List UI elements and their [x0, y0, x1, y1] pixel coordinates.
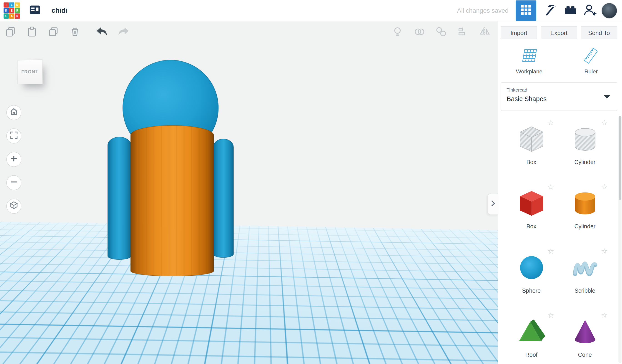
align-button[interactable]	[457, 27, 469, 38]
favorite-star-icon[interactable]: ☆	[601, 311, 608, 319]
delete-button[interactable]	[69, 27, 81, 38]
align-icon	[457, 26, 469, 39]
snap-grid-control: Snap Grid 1.0 mm	[408, 346, 486, 358]
spinner-icon[interactable]	[479, 350, 482, 355]
viewport-3d[interactable]: FRONT Edit Grid Snap Grid	[0, 44, 498, 364]
view-cube-face-label: FRONT	[21, 69, 39, 75]
group-button[interactable]	[413, 27, 425, 38]
sphere-icon	[517, 253, 546, 282]
shape-tile-box-hole[interactable]: ☆Box	[505, 120, 558, 182]
grid-icon	[521, 4, 531, 16]
show-all-button[interactable]	[391, 27, 403, 38]
shape-label: Sphere	[522, 288, 541, 294]
workplane-grid[interactable]	[0, 221, 498, 236]
ungroup-icon	[435, 26, 447, 39]
panel-collapse-button[interactable]	[487, 194, 498, 215]
fit-view-icon	[9, 130, 19, 142]
redo-button[interactable]	[117, 27, 129, 38]
logo-cell: N	[15, 2, 20, 7]
minus-icon	[9, 177, 19, 188]
favorite-star-icon[interactable]: ☆	[601, 183, 608, 191]
shape-tile-cone[interactable]: ☆Cone	[558, 312, 612, 364]
ruler-label: Ruler	[584, 68, 598, 74]
dashboard-grid-button[interactable]	[516, 0, 536, 21]
scrollbar-thumb[interactable]	[619, 116, 621, 200]
shape-label: Roof	[525, 352, 537, 358]
paste-button[interactable]	[26, 27, 38, 38]
my-designs-button[interactable]	[26, 2, 44, 19]
snap-grid-value: 1.0 mm	[448, 349, 468, 356]
scribble-icon	[570, 253, 600, 282]
favorite-star-icon[interactable]: ☆	[547, 119, 554, 126]
ruler-tool[interactable]: Ruler	[560, 48, 622, 74]
logo-cell: R	[15, 8, 20, 13]
shape-label: Cylinder	[574, 223, 595, 230]
home-icon	[9, 107, 19, 118]
export-button[interactable]: Export	[541, 26, 577, 39]
shape-tile-cylinder-hole[interactable]: ☆Cylinder	[558, 120, 612, 182]
brick-export-button[interactable]	[562, 2, 579, 19]
category-value: Basic Shapes	[506, 95, 611, 103]
copy-button[interactable]	[5, 27, 17, 38]
roof-icon	[517, 317, 546, 346]
fit-view-button[interactable]	[6, 128, 21, 143]
shape-tile-sphere[interactable]: ☆Sphere	[505, 248, 558, 311]
blue-cylinder-left-arm[interactable]	[108, 137, 131, 260]
favorite-star-icon[interactable]: ☆	[547, 311, 554, 319]
box-hole-icon	[517, 125, 546, 154]
user-avatar[interactable]	[601, 2, 617, 18]
snap-grid-select[interactable]: 1.0 mm	[444, 346, 486, 358]
favorite-star-icon[interactable]: ☆	[547, 183, 554, 191]
plus-icon	[9, 154, 19, 165]
workplane-area	[0, 221, 498, 364]
logo-cell: K	[4, 8, 9, 13]
send-to-button[interactable]: Send To	[581, 26, 618, 39]
orange-cylinder-body[interactable]	[131, 125, 214, 276]
tinkercad-app: TINKERCAD chidi All changes saved	[0, 0, 622, 364]
cylinder-hole-icon	[570, 125, 600, 154]
lightbulb-icon	[391, 26, 403, 39]
shape-tile-roof[interactable]: ☆Roof	[505, 312, 558, 364]
tinkercad-logo[interactable]: TINKERCAD	[4, 2, 20, 19]
undo-button[interactable]	[96, 27, 108, 38]
shapes-panel: Import Export Send To Workplane Ruler Ti…	[498, 21, 622, 364]
logo-cell: C	[4, 13, 9, 19]
favorite-star-icon[interactable]: ☆	[601, 247, 608, 255]
workplane-icon	[521, 48, 537, 65]
design-list-icon	[29, 4, 41, 17]
zoom-out-button[interactable]	[6, 175, 21, 190]
copy-icon	[5, 26, 17, 39]
panel-scrollbar[interactable]	[618, 116, 622, 363]
paste-icon	[26, 26, 38, 39]
minecraft-export-button[interactable]	[542, 2, 560, 19]
workplane-label: Workplane	[516, 68, 543, 74]
undo-icon	[95, 26, 109, 39]
view-cube[interactable]: FRONT	[17, 59, 43, 84]
box-solid-icon	[517, 189, 546, 218]
shape-tile-cylinder-solid[interactable]: ☆Cylinder	[558, 184, 612, 247]
helper-tools-row: Workplane Ruler	[498, 48, 622, 74]
blue-cylinder-right-arm[interactable]	[213, 139, 234, 258]
logo-cell: D	[15, 13, 20, 19]
shape-tile-box-solid[interactable]: ☆Box	[505, 184, 558, 247]
shape-tile-scribble[interactable]: ☆Scribble	[558, 248, 612, 311]
shape-category-dropdown[interactable]: Tinkercad Basic Shapes	[501, 82, 617, 111]
logo-cell: T	[4, 2, 9, 7]
logo-cell: I	[9, 2, 14, 7]
invite-collaborator-button[interactable]	[582, 2, 599, 19]
redo-icon	[117, 26, 130, 39]
perspective-toggle-button[interactable]	[6, 199, 21, 214]
ruler-icon	[583, 48, 599, 65]
shape-label: Box	[526, 223, 536, 230]
favorite-star-icon[interactable]: ☆	[601, 119, 608, 126]
home-view-button[interactable]	[6, 105, 21, 120]
edit-grid-button[interactable]: Edit Grid	[451, 328, 491, 340]
zoom-in-button[interactable]	[6, 152, 21, 167]
favorite-star-icon[interactable]: ☆	[547, 247, 554, 255]
mirror-button[interactable]	[479, 27, 491, 38]
import-button[interactable]: Import	[501, 26, 537, 39]
duplicate-button[interactable]	[47, 27, 59, 38]
design-title[interactable]: chidi	[52, 7, 67, 15]
workplane-tool[interactable]: Workplane	[498, 48, 560, 74]
ungroup-button[interactable]	[435, 27, 447, 38]
